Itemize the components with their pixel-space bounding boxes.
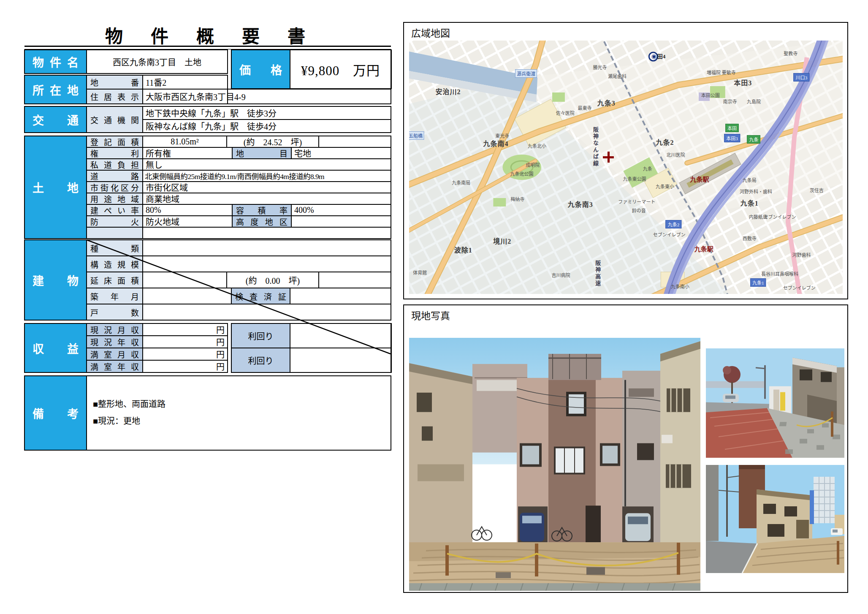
- remarks-value: ■整形地、両面道路■現況：更地: [87, 376, 391, 450]
- yield-label-2-text: 利回り: [232, 354, 290, 367]
- property-name-header: 物件名: [24, 50, 87, 73]
- building-type-label: 種類: [87, 240, 143, 256]
- property-name-text: 西区九条南3丁目 土地: [113, 56, 201, 68]
- map-label: 佐々医院: [556, 109, 575, 116]
- map-label: 体育館: [413, 269, 427, 276]
- map-panel-title: 広域地図: [411, 25, 450, 40]
- map-label: 川口3: [794, 73, 810, 82]
- street-photo-1: [706, 348, 844, 458]
- building-header-label: 建物: [25, 272, 86, 288]
- street-photo-2-art: [706, 465, 844, 573]
- map-label: セブンイレブン: [783, 284, 816, 291]
- building-header: 建物: [24, 240, 87, 320]
- map-label: 阪神なんば線: [591, 127, 599, 167]
- urbanization-text: 市街化区域: [146, 181, 188, 193]
- remarks-header: 備考: [24, 376, 87, 450]
- income-row-label-text: 現況年収: [87, 336, 142, 348]
- map-label: 勝光寺: [593, 64, 607, 71]
- fire-text: 防火地域: [146, 215, 179, 228]
- income-row-label: 満室月収: [87, 348, 143, 360]
- map-label: セブンイレブン: [653, 231, 686, 238]
- map-label: 九条東公園: [623, 175, 646, 182]
- map-label: 吉川病院: [551, 272, 570, 278]
- remarks-header-label: 備考: [25, 405, 86, 421]
- floor-area-label-text: 延床面積: [87, 274, 142, 286]
- map-label: 九条南3: [568, 199, 593, 209]
- map-label: 波除1: [454, 245, 472, 255]
- floor-ratio-text: 400%: [294, 205, 314, 215]
- lot-number-text: 11番2: [146, 76, 166, 88]
- address-label-text: 住居表示: [87, 91, 142, 102]
- income-row-label-text: 現況月収: [87, 324, 142, 335]
- remark-line-2: ■現況：更地: [93, 416, 140, 426]
- fire-value: 防火地域: [143, 216, 232, 227]
- map-label: 九条北公園: [510, 170, 534, 177]
- map-label: 九条南局: [452, 179, 470, 186]
- transport-sub-label: 交通機関: [87, 106, 143, 133]
- map-label: 最東寺: [578, 104, 591, 111]
- map-label: 本田3: [724, 134, 740, 142]
- coverage-text: 80%: [146, 205, 161, 215]
- private-road-label-text: 私道負担: [87, 159, 142, 170]
- map-label: 西敷寺: [743, 235, 757, 242]
- map-label: 増福院 要敏寺: [707, 69, 736, 76]
- units-label: 戸数: [87, 304, 143, 320]
- map-label: 九条2: [656, 137, 674, 147]
- height-district-label-text: 高度地区: [233, 216, 291, 227]
- map-label: 九島院: [747, 98, 761, 105]
- main-photo-art: [409, 338, 700, 591]
- map-label: 聖教寺: [784, 50, 797, 57]
- map-label: 九条局: [743, 177, 757, 183]
- map-label: 瀬尾歯科: [608, 73, 627, 79]
- map-label: 長谷川耳鼻咽喉科: [761, 270, 798, 277]
- price-header: 価格: [231, 50, 290, 89]
- map-label: 九条駅: [694, 244, 713, 253]
- map-label: 梅納寺: [510, 196, 524, 202]
- map-label: 本田公園: [701, 92, 720, 98]
- income-row-value: 円: [143, 348, 228, 360]
- road-text: 北東側幅員約25m接道約9.1m/南西側幅員約4m接道約8.9m: [145, 171, 324, 181]
- coverage-value: 80%: [143, 204, 232, 216]
- map-label: 河野歯科: [792, 251, 811, 258]
- units-value: [143, 304, 391, 320]
- map-label: 茨住吉: [810, 187, 824, 193]
- land-category-text: 宅地: [294, 147, 311, 159]
- yield-label-1-text: 利回り: [232, 330, 290, 342]
- remark-line-1: ■整形地、両面道路: [93, 399, 165, 409]
- income-row-label-text: 満室月収: [87, 348, 142, 360]
- map-label: 本田: [725, 124, 739, 132]
- building-type-value: [143, 240, 391, 256]
- map-label: 河野外科・歯科: [740, 188, 772, 195]
- transport-line-1: 地下鉄中央線「九条」駅 徒歩3分: [143, 106, 391, 120]
- zoning-label: 用途地域: [87, 193, 143, 204]
- map-label: 成明院: [526, 161, 540, 168]
- income-row-value: 円: [143, 323, 228, 336]
- income-row-value: 円: [143, 336, 228, 348]
- income-row-value: 円: [143, 360, 228, 372]
- lot-number-label-text: 地番: [87, 76, 142, 88]
- floor-area-tsubo-text: (約 0.00 坪): [246, 274, 300, 286]
- transport-header: 交通: [24, 106, 87, 133]
- land-area-label: 登記面積: [87, 136, 143, 147]
- location-header-label: 所在地: [25, 82, 86, 98]
- income-row-label: 現況年収: [87, 336, 143, 348]
- income-row-label-text: 満室年収: [87, 361, 142, 372]
- inspection-label-text: 検査済証: [232, 291, 290, 302]
- map-label: 北川医院: [667, 151, 685, 158]
- building-structure-label-text: 構造規模: [87, 258, 142, 270]
- land-area-value: 81.05m²: [143, 136, 227, 147]
- location-header: 所在地: [24, 75, 87, 104]
- floor-ratio-value: 400%: [291, 204, 391, 216]
- private-road-value: 無し: [143, 159, 391, 170]
- map-label: 九条: [643, 165, 652, 172]
- map-label: ファミリーマート: [618, 198, 655, 205]
- price-text: ¥9,800 万円: [301, 60, 380, 79]
- floor-area-value: [143, 272, 227, 288]
- land-category-label: 地目: [232, 147, 291, 159]
- zoning-value: 商業地域: [143, 193, 391, 204]
- street-photo-2: [706, 465, 844, 573]
- floor-area-extra: [319, 272, 391, 288]
- floor-area-label: 延床面積: [87, 272, 143, 288]
- land-rights-value: 所有権: [143, 147, 232, 159]
- map-label: 九条1: [741, 198, 759, 208]
